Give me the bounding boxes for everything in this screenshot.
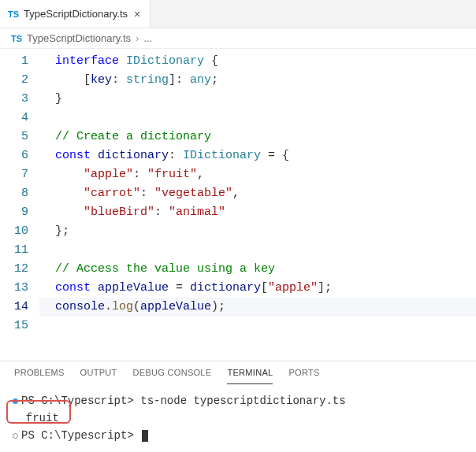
line-number: 10: [0, 222, 28, 241]
panel-tab-bar: PROBLEMS OUTPUT DEBUG CONSOLE TERMINAL P…: [0, 361, 476, 384]
cursor-icon: [142, 430, 148, 442]
code-line: "apple": "fruit",: [39, 165, 476, 184]
code-line: "blueBird": "animal": [39, 203, 476, 222]
code-line: [39, 317, 476, 335]
code-area[interactable]: interface IDictionary { [key: string]: a…: [39, 49, 476, 361]
code-line: };: [39, 222, 476, 241]
tab-title: TypeScriptDictionary.ts: [24, 8, 128, 20]
line-number: 2: [0, 71, 28, 90]
line-number: 5: [0, 128, 28, 146]
line-number: 12: [0, 260, 28, 279]
terminal-line: PS C:\Typescript>: [13, 427, 463, 444]
code-line: const dictionary: IDictionary = {: [39, 146, 476, 165]
code-line: [39, 109, 476, 128]
code-line: [key: string]: any;: [39, 71, 476, 90]
line-number: 9: [0, 203, 28, 222]
terminal-panel[interactable]: PS C:\Typescript> ts-node typescriptdict…: [0, 384, 476, 452]
line-number: 8: [0, 184, 28, 203]
file-tab[interactable]: TS TypeScriptDictionary.ts ×: [0, 0, 151, 28]
line-number: 11: [0, 241, 28, 260]
line-number: 6: [0, 146, 28, 165]
prompt: PS C:\Typescript>: [21, 395, 134, 407]
line-number: 3: [0, 90, 28, 109]
code-line: // Access the value using a key: [39, 260, 476, 279]
tab-terminal[interactable]: TERMINAL: [227, 368, 273, 384]
line-number: 13: [0, 279, 28, 298]
terminal-command: ts-node typescriptdictionary.ts: [134, 395, 346, 407]
breadcrumb[interactable]: TS TypeScriptDictionary.ts › ...: [0, 28, 476, 49]
close-icon[interactable]: ×: [132, 8, 142, 20]
line-number: 4: [0, 109, 28, 128]
chevron-right-icon: ›: [136, 32, 139, 44]
line-number: 7: [0, 165, 28, 184]
dot-icon: [13, 398, 18, 404]
breadcrumb-more: ...: [143, 32, 152, 44]
code-editor[interactable]: 1 2 3 4 5 6 7 8 9 10 11 12 13 14 15 inte…: [0, 49, 476, 361]
tab-debug-console[interactable]: DEBUG CONSOLE: [133, 368, 212, 384]
tab-problems[interactable]: PROBLEMS: [14, 368, 65, 384]
typescript-icon: TS: [11, 34, 22, 43]
code-line: interface IDictionary {: [39, 52, 476, 71]
line-number: 1: [0, 52, 28, 71]
tab-bar: TS TypeScriptDictionary.ts ×: [0, 0, 476, 28]
code-line: "carrot": "vegetable",: [39, 184, 476, 203]
code-line: const appleValue = dictionary["apple"];: [39, 279, 476, 298]
terminal-line: PS C:\Typescript> ts-node typescriptdict…: [13, 392, 463, 409]
line-gutter: 1 2 3 4 5 6 7 8 9 10 11 12 13 14 15: [0, 49, 39, 361]
dot-icon: [13, 433, 18, 439]
prompt: PS C:\Typescript>: [21, 429, 134, 442]
line-number: 15: [0, 317, 28, 335]
code-line: }: [39, 90, 476, 109]
tab-ports[interactable]: PORTS: [288, 368, 319, 384]
terminal-output: fruit: [13, 409, 463, 427]
typescript-icon: TS: [8, 9, 19, 19]
line-number: 14: [0, 298, 28, 317]
code-line: [39, 241, 476, 260]
code-line: console.log(appleValue);: [39, 298, 476, 317]
breadcrumb-file: TypeScriptDictionary.ts: [27, 32, 131, 44]
code-line: // Create a dictionary: [39, 128, 476, 146]
tab-output[interactable]: OUTPUT: [80, 368, 117, 384]
